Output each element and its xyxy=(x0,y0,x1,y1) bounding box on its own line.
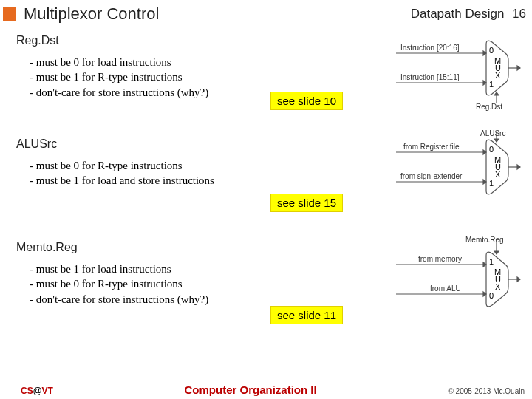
section-alusrc: ALUSrc must be 0 for R-type instructions… xyxy=(19,137,526,226)
section-memtoreg: Memto.Reg must be 1 for load instruction… xyxy=(19,241,526,337)
footer-center: Computer Organization II xyxy=(53,383,449,396)
svg-text:0: 0 xyxy=(489,291,494,300)
mux-diagram-memtoreg: Memto.Reg from memory from ALU 1 0 M U X xyxy=(389,235,522,324)
svg-text:X: X xyxy=(495,282,501,291)
footer: CS@VT Computer Organization II © 2005-20… xyxy=(0,383,532,396)
footer-left: CS@VT xyxy=(21,386,53,396)
section-regdst: Reg.Dst must be 0 for load instructions … xyxy=(19,34,526,123)
footer-right: © 2005-2013 Mc.Quain xyxy=(448,387,525,395)
svg-text:1: 1 xyxy=(489,179,494,188)
slide-title: Multiplexor Control xyxy=(24,4,159,24)
mux-diagram-regdst: Instruction [20:16] Instruction [15:11] … xyxy=(389,31,522,112)
svg-text:Instruction [15:11]: Instruction [15:11] xyxy=(400,73,460,81)
svg-text:from sign-extender: from sign-extender xyxy=(400,172,463,180)
svg-text:0: 0 xyxy=(489,145,494,154)
svg-text:X: X xyxy=(495,71,501,80)
header-right: Datapath Design 16 xyxy=(411,7,526,21)
svg-text:from ALU: from ALU xyxy=(430,284,461,293)
svg-text:ALUSrc: ALUSrc xyxy=(480,130,505,137)
svg-text:Instruction [20:16]: Instruction [20:16] xyxy=(400,44,460,52)
svg-marker-37 xyxy=(517,277,520,282)
svg-text:Reg.Dst: Reg.Dst xyxy=(476,103,502,111)
svg-marker-7 xyxy=(494,92,499,95)
svg-text:1: 1 xyxy=(489,257,494,266)
svg-marker-5 xyxy=(517,66,520,70)
svg-marker-23 xyxy=(494,139,499,142)
svg-marker-21 xyxy=(517,165,520,169)
svg-text:0: 0 xyxy=(489,46,494,55)
see-slide-badge: see slide 11 xyxy=(270,306,343,324)
page-number: 16 xyxy=(512,7,526,21)
svg-text:from Register file: from Register file xyxy=(403,143,460,151)
accent-square xyxy=(3,7,16,21)
svg-text:X: X xyxy=(495,170,501,179)
svg-marker-39 xyxy=(494,251,499,254)
see-slide-badge: see slide 15 xyxy=(270,194,343,212)
chapter-label: Datapath Design xyxy=(411,7,505,21)
svg-text:1: 1 xyxy=(489,80,494,89)
svg-text:Memto.Reg: Memto.Reg xyxy=(466,236,504,244)
svg-text:from memory: from memory xyxy=(418,255,462,263)
mux-diagram-alusrc: ALUSrc from Register file from sign-exte… xyxy=(389,130,522,211)
see-slide-badge: see slide 10 xyxy=(270,92,343,110)
